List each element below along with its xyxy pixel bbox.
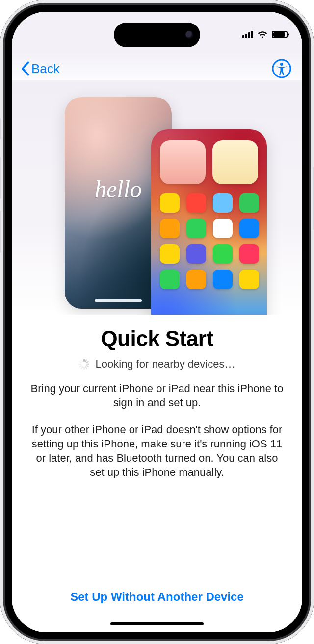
searching-status: Looking for nearby devices…: [28, 358, 286, 371]
illustration-existing-iphone: [151, 129, 267, 316]
accessibility-button[interactable]: [271, 58, 292, 79]
chevron-left-icon: [20, 61, 30, 76]
device-bezel: Back hello: [9, 9, 305, 635]
hw-volume-up: [0, 157, 1, 199]
cellular-icon: [242, 30, 253, 38]
battery-icon: [272, 31, 288, 38]
wifi-icon: [257, 29, 268, 40]
illustration-home-indicator: [95, 299, 142, 302]
hero-illustration: hello: [12, 80, 302, 316]
hw-mute-switch: [0, 118, 1, 139]
accessibility-icon: [272, 59, 291, 78]
setup-without-device-button[interactable]: Set Up Without Another Device: [12, 590, 302, 604]
illustration-widget: [160, 140, 206, 184]
home-indicator[interactable]: [110, 622, 204, 625]
svg-point-1: [280, 63, 283, 66]
instruction-primary: Bring your current iPhone or iPad near t…: [30, 381, 284, 410]
back-button[interactable]: Back: [17, 58, 63, 79]
back-label: Back: [31, 61, 60, 76]
status-text: Looking for nearby devices…: [96, 358, 236, 371]
device-frame: Back hello: [0, 0, 314, 644]
instruction-secondary: If your other iPhone or iPad doesn't sho…: [30, 422, 284, 479]
nav-bar: Back: [12, 55, 302, 82]
dynamic-island: [114, 23, 200, 47]
hw-volume-down: [0, 211, 1, 253]
page-title: Quick Start: [28, 326, 286, 351]
device-screen: Back hello: [12, 12, 302, 632]
content-area: Quick Start Looking for nearby devices… …: [12, 315, 302, 632]
illustration-app-grid: [160, 193, 258, 289]
spinner-icon: [79, 359, 90, 370]
illustration-widget: [212, 140, 258, 184]
